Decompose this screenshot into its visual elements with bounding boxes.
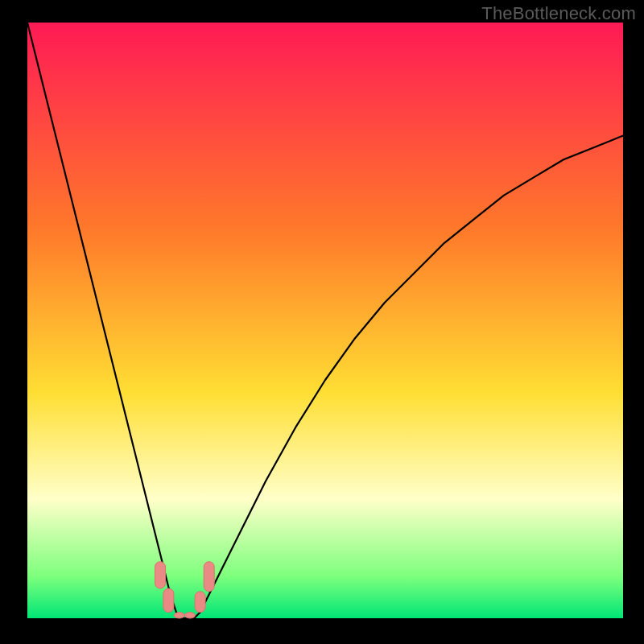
optimal-marker	[155, 562, 166, 588]
plot-gradient-background	[27, 23, 623, 618]
optimal-marker	[204, 562, 214, 592]
watermark-text: TheBottleneck.com	[481, 3, 636, 24]
optimal-marker	[163, 588, 174, 613]
bottleneck-chart	[0, 0, 644, 644]
optimal-marker	[185, 613, 196, 618]
optimal-marker	[174, 613, 184, 618]
optimal-marker	[195, 592, 205, 613]
chart-stage: TheBottleneck.com	[0, 0, 644, 644]
